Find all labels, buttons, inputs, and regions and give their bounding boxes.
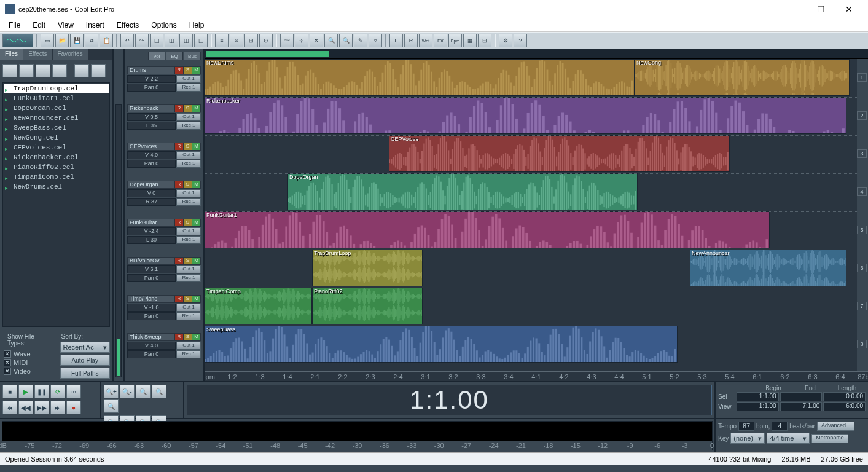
mixtab-bus[interactable]: Bus [184,52,201,60]
audio-clip[interactable]: DopeOrgan [287,173,638,210]
file-item[interactable]: Rickenbacker.cel [4,152,109,162]
help-icon[interactable]: ? [514,34,527,47]
zoomout-h-icon[interactable]: 🔍- [120,385,135,398]
back-button[interactable]: ◀◀ [18,401,33,414]
track-volume[interactable]: V 0 [127,189,176,197]
audio-clip[interactable]: Rickenbacker [205,97,846,134]
tab-favorites[interactable]: Favorites [53,49,88,60]
punch-icon[interactable]: ⊙ [259,34,273,47]
close-button[interactable]: ✕ [835,0,863,18]
solo-button[interactable]: S [183,219,192,226]
record-arm-button[interactable]: R [174,258,183,264]
end-button[interactable]: ⏭ [50,401,65,414]
track-out[interactable]: Out 1 [176,113,201,121]
track-volume[interactable]: V 0.5 [127,113,176,121]
file-item[interactable]: TrapDrumLoop.cel [4,84,109,93]
track-name[interactable]: FunkGuitar [128,219,174,226]
track-rec[interactable]: Rec 1 [176,160,201,168]
fullpaths-button[interactable]: Full Paths [60,368,111,379]
track-out[interactable]: Out 1 [176,342,201,350]
zoomfull-icon[interactable]: 🔍 [136,385,151,398]
track-pan[interactable]: L 30 [127,236,176,244]
file-item[interactable]: DopeOrgan.cel [4,103,109,113]
record-arm-button[interactable]: R [174,181,183,188]
loop-button[interactable]: ∞ [66,385,81,398]
menu-view[interactable]: View [52,20,80,31]
audio-clip[interactable]: TrapDrumLoop [312,250,423,286]
mute-button[interactable]: M [192,258,200,264]
track-name[interactable]: Thick Sweep [128,334,174,340]
mixer-icon[interactable]: ≡ [215,34,229,47]
solo-button[interactable]: S [183,296,192,302]
grid-icon[interactable]: ▦ [463,34,477,47]
zoomsel-icon[interactable]: 🔍 [339,34,353,47]
mute-button[interactable]: M [192,219,200,226]
lock-icon[interactable]: ⊟ [478,34,491,47]
track-name[interactable]: Timp/Piano [128,296,174,302]
file-list[interactable]: TrapDrumLoop.celFunkGuitar1.celDopeOrgan… [2,82,110,327]
track-pan[interactable]: Pan 0 [127,312,176,320]
menu-edit[interactable]: Edit [26,20,52,31]
tab-files[interactable]: Files [0,49,23,60]
file-item[interactable]: FunkGuitar1.cel [4,93,109,103]
mute-button[interactable]: M [192,334,200,340]
key-combo[interactable]: (none)▾ [730,433,765,444]
track-pan[interactable]: L 35 [127,122,176,130]
track-pan[interactable]: Pan 0 [127,350,176,358]
solo-button[interactable]: S [183,258,192,264]
file-item[interactable]: NewAnnouncer.cel [4,113,109,123]
mute-button[interactable]: M [192,67,200,74]
tool-a-icon[interactable]: ◫ [150,34,163,47]
file-item[interactable]: PianoRiff02.cel [4,162,109,172]
file-item[interactable]: NewGong.cel [4,133,109,143]
file-item[interactable]: SweepBass.cel [4,123,109,133]
fwd-button[interactable]: ▶▶ [34,401,49,414]
audio-clip[interactable]: PianoRiff02 [312,288,423,324]
track-name[interactable]: DopeOrgan [128,181,174,188]
menu-insert[interactable]: Insert [80,20,111,31]
vol-env-icon[interactable]: L [389,34,403,47]
fileoptions-icon[interactable] [74,64,89,77]
track-volume[interactable]: V 4.0 [127,342,176,350]
fileclose-icon[interactable] [36,64,50,77]
audio-clip[interactable]: CEPVoices [389,135,730,172]
mixtab-vol[interactable]: Vol [148,52,165,60]
mark-icon[interactable]: ▿ [369,34,382,47]
env-icon[interactable]: 〰 [280,34,294,47]
track-out[interactable]: Out 1 [176,189,201,197]
audio-clip[interactable]: SweepBass [205,326,678,363]
audio-clip[interactable]: TimpaniComp [205,288,312,324]
fileedit-icon[interactable] [52,64,67,77]
record-arm-button[interactable]: R [174,334,183,340]
sel-length[interactable]: 0:0.00 [823,392,866,401]
track-volume[interactable]: V 4.0 [127,151,176,159]
settings-icon[interactable]: ⚙ [499,34,512,47]
checkbox[interactable]: ✕ [4,359,11,366]
crossfade-icon[interactable]: ✕ [310,34,323,47]
redo-icon[interactable]: ↷ [135,34,149,47]
tab-effects[interactable]: Effects [23,49,52,60]
timeline[interactable]: NewDrumsNewGongRickenbackerCEPVoicesDope… [205,49,868,381]
sel-begin[interactable]: 1:1.00 [737,392,779,401]
scrubber[interactable] [205,49,868,59]
track-rec[interactable]: Rec 1 [176,236,201,244]
maximize-button[interactable]: ☐ [807,0,835,18]
waveform-mode-icon[interactable] [2,34,33,47]
menu-file[interactable]: File [2,20,26,31]
track-pan[interactable]: Pan 0 [127,274,176,282]
tool-d-icon[interactable]: ◫ [194,34,208,47]
mixtab-eq[interactable]: EQ [166,52,183,60]
solo-button[interactable]: S [183,143,192,150]
menu-effects[interactable]: Effects [111,20,145,31]
track-name[interactable]: Drums [128,67,174,74]
track-volume[interactable]: V 2.2 [127,75,176,83]
track-pan[interactable]: R 37 [127,198,176,206]
track-rec[interactable]: Rec 1 [176,312,201,320]
menu-options[interactable]: Options [145,20,182,31]
checkbox[interactable]: ✕ [4,350,11,358]
audio-clip[interactable]: FunkGuitar1 [205,211,770,248]
track-rec[interactable]: Rec 1 [176,198,201,206]
mute-button[interactable]: M [192,296,200,302]
advanced-button[interactable]: Advanced... [817,422,855,431]
sort-combo[interactable]: Recent Ac▾ [60,342,111,353]
